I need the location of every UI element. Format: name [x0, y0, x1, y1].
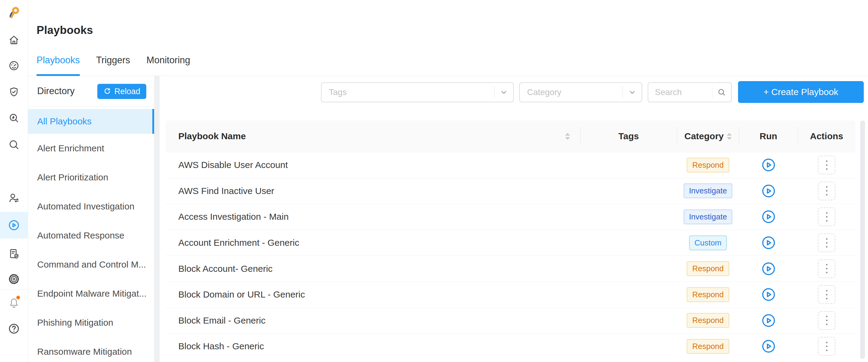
search-input[interactable]	[648, 87, 712, 98]
run-play-button[interactable]	[762, 236, 776, 250]
directory-item[interactable]: Phishing Mitigation	[28, 308, 154, 337]
reload-button[interactable]: Reload	[97, 84, 146, 99]
logo-icon	[7, 5, 21, 19]
refresh-icon	[103, 87, 111, 95]
sidebar-item-dashboard[interactable]	[7, 59, 21, 72]
row-actions-button[interactable]	[818, 233, 835, 252]
row-actions-button[interactable]	[818, 285, 835, 304]
directory-item[interactable]: Alert Prioritization	[28, 163, 154, 192]
threat-search-icon	[8, 112, 20, 124]
run-play-button[interactable]	[762, 158, 776, 172]
play-circle-icon	[762, 313, 776, 328]
table-row[interactable]: Block Email - Generic Respond	[166, 308, 855, 334]
sidebar-item-compliance[interactable]	[7, 85, 21, 99]
tags-cell	[580, 152, 677, 178]
run-play-button[interactable]	[762, 184, 776, 198]
play-circle-icon	[762, 339, 776, 353]
sidebar-item-playbooks[interactable]	[7, 219, 21, 232]
table-row[interactable]: Block Hash - Generic Respond	[166, 333, 855, 359]
table-row[interactable]: Block Account- Generic Respond	[166, 255, 855, 281]
app-logo	[7, 5, 21, 19]
dashboard-gauge-icon	[8, 60, 20, 72]
tags-cell	[580, 230, 677, 256]
home-icon	[8, 34, 20, 46]
table-row[interactable]: AWS Disable User Account Respond	[166, 152, 855, 178]
run-play-button[interactable]	[762, 210, 776, 224]
shield-check-icon	[8, 86, 20, 98]
sort-icon[interactable]	[565, 133, 570, 140]
sort-icon[interactable]	[727, 133, 732, 140]
directory-panel: Directory Reload All Playbooks Alert Enr…	[28, 76, 154, 362]
playbook-name: AWS Find Inactive User	[166, 178, 580, 204]
directory-header: Directory Reload	[28, 76, 154, 107]
table-row[interactable]: AWS Find Inactive User Investigate	[166, 178, 855, 204]
category-badge: Respond	[687, 339, 729, 354]
table-row[interactable]: Block Domain or URL - Generic Respond	[166, 281, 855, 308]
playbook-name: Account Enrichment - Generic	[166, 230, 580, 256]
category-filter-placeholder: Category	[520, 87, 623, 97]
sidebar-item-user-management[interactable]	[7, 191, 21, 204]
tab-triggers[interactable]: Triggers	[96, 55, 130, 76]
tags-cell	[580, 256, 677, 281]
playbook-name: Access Investigation - Main	[166, 204, 580, 230]
play-circle-icon	[762, 236, 776, 250]
sidebar-item-settings[interactable]	[7, 272, 21, 286]
playbook-name: Block Domain or URL - Generic	[166, 282, 580, 308]
directory-item-all-playbooks[interactable]: All Playbooks	[28, 109, 154, 134]
tags-filter-select[interactable]: Tags	[321, 82, 514, 102]
directory-item[interactable]: Endpoint Malware Mitigat...	[28, 279, 154, 308]
top-header: Playbooks Playbooks Triggers Monitoring	[28, 0, 868, 76]
category-filter-arrow-zone[interactable]	[623, 87, 642, 98]
row-actions-button[interactable]	[818, 259, 835, 278]
sidebar-item-home[interactable]	[7, 33, 21, 47]
row-actions-button[interactable]	[818, 156, 835, 174]
search-icon	[8, 139, 20, 150]
category-filter-select[interactable]: Category	[519, 82, 642, 102]
directory-item[interactable]: Automated Response	[28, 221, 154, 250]
tab-bar: Playbooks Triggers Monitoring	[37, 55, 190, 76]
row-actions-button[interactable]	[818, 207, 835, 226]
sidebar-item-help[interactable]	[7, 322, 21, 335]
row-actions-button[interactable]	[818, 337, 835, 356]
run-play-button[interactable]	[762, 339, 776, 353]
audit-document-icon	[8, 248, 20, 259]
category-badge: Respond	[687, 313, 729, 328]
directory-item[interactable]: Command and Control M...	[28, 250, 154, 279]
main-content: Tags Category + Create Playbook	[160, 76, 868, 362]
column-header-playbook-name[interactable]: Playbook Name	[166, 120, 580, 152]
directory-item[interactable]: Automated Investigation	[28, 192, 154, 221]
column-header-category[interactable]: Category	[677, 120, 739, 152]
tab-monitoring[interactable]: Monitoring	[147, 55, 190, 76]
play-circle-icon	[762, 184, 776, 198]
table-row[interactable]: Access Investigation - Main Investigate	[166, 204, 855, 230]
sidebar-item-search[interactable]	[7, 138, 21, 151]
table-scrollbar[interactable]	[860, 120, 865, 359]
sidebar-item-reports[interactable]	[7, 247, 21, 260]
search-box	[648, 82, 732, 102]
run-play-button[interactable]	[762, 313, 776, 328]
chevron-down-icon	[628, 88, 637, 96]
search-icon	[717, 88, 726, 96]
tags-cell	[580, 308, 677, 334]
tab-playbooks[interactable]: Playbooks	[37, 55, 80, 76]
column-header-actions: Actions	[798, 120, 855, 152]
run-play-button[interactable]	[762, 262, 776, 276]
help-question-icon	[8, 323, 20, 334]
directory-item[interactable]: Ransomware Mitigation	[28, 337, 154, 362]
column-header-run: Run	[739, 120, 798, 152]
run-play-button[interactable]	[762, 287, 776, 302]
sidebar-item-notifications[interactable]	[7, 296, 21, 310]
directory-item[interactable]: Alert Enrichment	[28, 134, 154, 163]
row-actions-button[interactable]	[818, 182, 835, 200]
tags-filter-placeholder: Tags	[321, 87, 494, 97]
table-row[interactable]: Account Enrichment - Generic Custom	[166, 230, 855, 256]
tags-filter-arrow-zone[interactable]	[494, 87, 513, 98]
row-actions-button[interactable]	[818, 311, 835, 330]
user-transfer-icon	[8, 192, 20, 204]
table-header-row: Playbook Name Tags Category Run Actions	[166, 120, 855, 152]
sidebar-item-investigation[interactable]	[7, 111, 21, 125]
search-submit-zone[interactable]	[712, 87, 731, 98]
settings-gear-icon	[8, 273, 20, 285]
create-playbook-button[interactable]: + Create Playbook	[738, 81, 864, 103]
category-badge: Respond	[687, 158, 729, 172]
